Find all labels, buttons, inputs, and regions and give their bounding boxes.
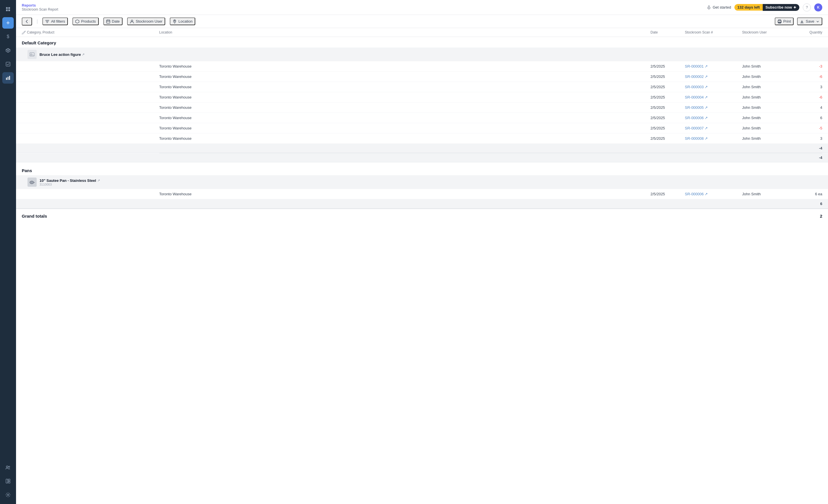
sidebar-icon-plus[interactable]: +: [2, 17, 14, 29]
svg-rect-5: [6, 78, 7, 80]
cell-user-6: John Smith: [742, 126, 788, 130]
products-filter-button[interactable]: Products: [73, 17, 98, 25]
external-link-icon-sautee-pan[interactable]: ↗: [97, 179, 100, 182]
filter-right: Print Save: [775, 17, 822, 25]
svg-rect-21: [30, 53, 34, 56]
subscribe-button[interactable]: Subscribe now ✦: [763, 4, 799, 11]
date-filter-button[interactable]: Date: [104, 17, 123, 25]
sidebar-icon-team[interactable]: [2, 462, 14, 473]
table-row: Toronto Warehouse 2/5/2025 SR-000004 ↗ J…: [16, 92, 828, 102]
sidebar-icon-dollar[interactable]: $: [2, 31, 14, 42]
external-link-scan-icon: ↗: [705, 75, 708, 79]
cell-date-2: 2/5/2025: [651, 85, 685, 89]
svg-point-20: [781, 21, 781, 22]
cell-scan-5[interactable]: SR-000006 ↗: [685, 116, 742, 120]
filter-left: | All filters Products Date: [22, 17, 195, 26]
external-link-scan-icon: ↗: [705, 192, 708, 196]
filter-icon: [45, 19, 49, 24]
all-filters-button[interactable]: All filters: [42, 17, 68, 25]
cell-qty-3: -6: [819, 95, 822, 99]
svg-rect-16: [107, 20, 110, 23]
sidebar-icon-grid[interactable]: [2, 3, 14, 15]
cell-location-1: Toronto Warehouse: [159, 75, 651, 79]
topbar-left: Reports Stockroom Scan Report: [22, 3, 58, 11]
cell-qty-0: -3: [819, 64, 822, 69]
table-row: Toronto Warehouse 2/5/2025 SR-000006 ↗ J…: [16, 189, 828, 199]
cell-scan-4[interactable]: SR-000005 ↗: [685, 106, 742, 110]
back-button[interactable]: [22, 17, 32, 26]
cell-user-2: John Smith: [742, 85, 788, 89]
sidebar-icon-settings[interactable]: [2, 489, 14, 501]
svg-point-8: [6, 466, 8, 468]
help-button[interactable]: ?: [803, 3, 811, 11]
sidebar-icon-box[interactable]: [2, 45, 14, 56]
product-subtotal-pan: 6: [16, 199, 828, 208]
product-image-icon: [29, 51, 35, 57]
cell-qty-5: 6: [820, 116, 822, 120]
table-row: Toronto Warehouse 2/5/2025 SR-000003 ↗ J…: [16, 82, 828, 92]
external-link-scan-icon: ↗: [705, 136, 708, 140]
cell-date-pan-0: 2/5/2025: [651, 192, 685, 196]
cell-scan-0[interactable]: SR-000001 ↗: [685, 64, 742, 69]
cell-user-5: John Smith: [742, 116, 788, 120]
stockroom-user-filter-button[interactable]: Stockroom User: [127, 17, 165, 25]
pan-image-icon: [29, 179, 35, 185]
cell-location-3: Toronto Warehouse: [159, 95, 651, 99]
cell-qty-2: 3: [820, 85, 822, 89]
calendar-icon: [106, 19, 110, 24]
product-thumb-sautee-pan: [28, 177, 37, 187]
sidebar-icon-chart[interactable]: [2, 72, 14, 84]
cell-scan-pan-0[interactable]: SR-000006 ↗: [685, 192, 742, 196]
cell-user-7: John Smith: [742, 136, 788, 140]
main-content: Reports Stockroom Scan Report Get starte…: [16, 0, 828, 504]
products-icon: [75, 19, 79, 24]
external-link-scan-icon: ↗: [705, 106, 708, 110]
cell-qty-pan-0: 6 ea: [815, 192, 822, 196]
col-header-quantity: Quantity: [788, 30, 822, 34]
cell-scan-2[interactable]: SR-000003 ↗: [685, 85, 742, 89]
cell-location-0: Toronto Warehouse: [159, 64, 651, 69]
cell-qty-6: -5: [819, 126, 822, 130]
svg-point-18: [174, 20, 175, 21]
get-started-button[interactable]: Get started: [707, 5, 731, 9]
cell-scan-7[interactable]: SR-000008 ↗: [685, 136, 742, 140]
get-started-label: Get started: [713, 5, 731, 9]
svg-rect-7: [9, 76, 10, 80]
col-header-location: Location: [159, 30, 651, 34]
sidebar-icon-check[interactable]: [2, 58, 14, 70]
cell-scan-6[interactable]: SR-000007 ↗: [685, 126, 742, 130]
cell-scan-1[interactable]: SR-000002 ↗: [685, 75, 742, 79]
back-arrow-icon: [25, 19, 29, 24]
cell-location-7: Toronto Warehouse: [159, 136, 651, 140]
reports-title: Reports: [22, 3, 58, 7]
column-headers: Category, Product Location Date Stockroo…: [16, 28, 828, 37]
cell-user-3: John Smith: [742, 95, 788, 99]
svg-rect-4: [6, 62, 10, 66]
trial-days-label: 132 days left: [734, 4, 762, 11]
cell-date-3: 2/5/2025: [651, 95, 685, 99]
product-name-sautee-pan: 10" Sautee Pan - Stainless Steel ↗: [40, 178, 100, 183]
print-icon: [778, 19, 782, 24]
cell-location-2: Toronto Warehouse: [159, 85, 651, 89]
cell-location-5: Toronto Warehouse: [159, 116, 651, 120]
grand-totals-label: Grand totals: [22, 214, 47, 218]
external-link-scan-icon: ↗: [705, 85, 708, 89]
wrench-icon: [22, 30, 26, 34]
external-link-icon-bruce-lee[interactable]: ↗: [82, 53, 84, 56]
svg-rect-14: [708, 6, 709, 8]
col-header-date: Date: [651, 30, 685, 34]
report-subtitle: Stockroom Scan Report: [22, 7, 58, 11]
product-thumb-bruce-lee: [28, 50, 37, 59]
save-dropdown-icon: [816, 20, 819, 23]
location-filter-button[interactable]: Location: [170, 17, 195, 25]
cell-scan-3[interactable]: SR-000004 ↗: [685, 95, 742, 99]
save-button[interactable]: Save: [797, 17, 822, 25]
cell-qty-4: 4: [820, 106, 822, 110]
svg-rect-10: [6, 479, 8, 483]
sidebar-icon-layout[interactable]: [2, 475, 14, 487]
user-avatar[interactable]: K: [814, 3, 822, 11]
print-button[interactable]: Print: [775, 17, 794, 25]
trial-badge[interactable]: 132 days left Subscribe now ✦: [734, 4, 799, 11]
filterbar: | All filters Products Date: [16, 15, 828, 28]
cell-date-6: 2/5/2025: [651, 126, 685, 130]
